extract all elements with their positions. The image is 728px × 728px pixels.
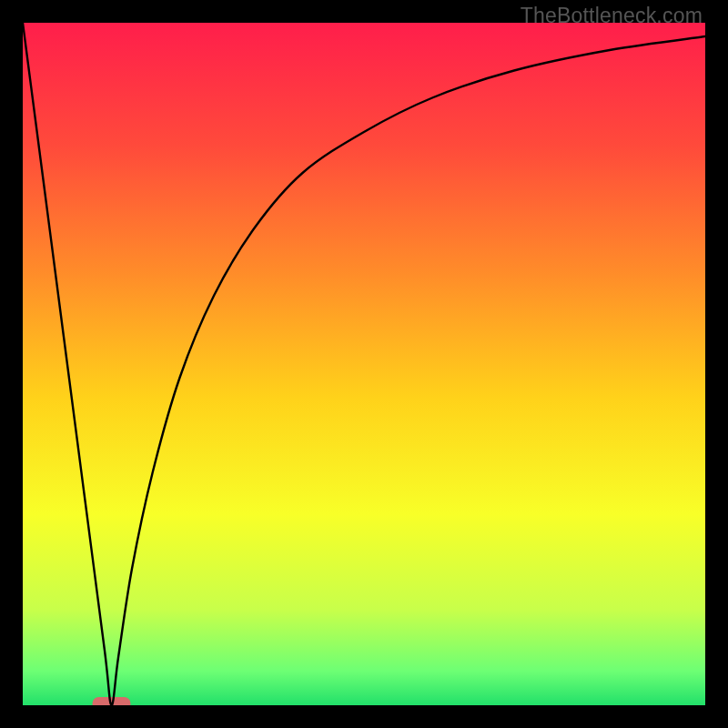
chart-plot-area xyxy=(23,23,705,705)
chart-frame: TheBottleneck.com xyxy=(0,0,728,728)
chart-background xyxy=(23,23,705,705)
chart-canvas xyxy=(23,23,705,705)
